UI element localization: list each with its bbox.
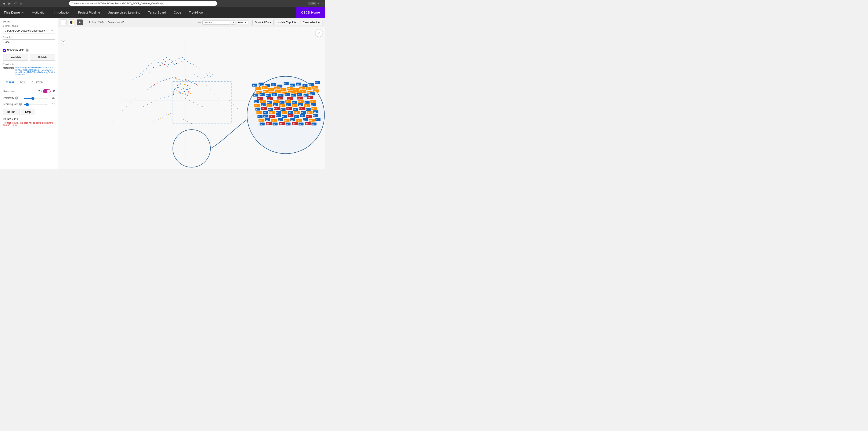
back-button[interactable]: ◀ (2, 1, 6, 5)
svg-text:<30: <30 (297, 120, 299, 121)
svg-point-83 (189, 81, 190, 82)
svg-text:NO: NO (272, 84, 274, 86)
svg-text:>30: >30 (277, 98, 280, 99)
perplexity-slider[interactable] (24, 98, 47, 99)
svg-point-122 (187, 121, 188, 122)
svg-text:NO: NO (303, 119, 306, 121)
bookmark-icon[interactable]: ☆ (321, 2, 323, 5)
svg-point-106 (135, 98, 135, 99)
dimension-toggle[interactable] (43, 89, 51, 93)
viz-area[interactable]: NO NO NO NO NO NO NO NO NO (58, 27, 325, 170)
publish-button[interactable]: Publish (30, 54, 55, 61)
svg-text:>30: >30 (298, 98, 300, 99)
tab-custom[interactable]: CUSTOM (29, 79, 46, 86)
svg-point-31 (179, 58, 180, 59)
show-all-data-button[interactable]: Show All Data (252, 20, 274, 25)
perplexity-help-icon[interactable]: ? (15, 96, 18, 99)
metadata-link[interactable]: https://raw.githubusercontent.com/SOCR/H… (15, 66, 55, 76)
moon-icon: 🌓 (70, 21, 74, 24)
font-a-btn[interactable]: A (77, 20, 83, 25)
search-add-button[interactable]: + (231, 20, 236, 25)
nav-try-it-now[interactable]: Try-it-Now! (185, 7, 208, 18)
svg-text:>30: >30 (273, 101, 276, 102)
svg-text:NO: NO (299, 104, 301, 106)
forward-button[interactable]: ▶ (7, 1, 12, 5)
svg-text:>30: >30 (307, 97, 310, 99)
svg-point-86 (164, 80, 165, 81)
svg-point-115 (157, 119, 159, 120)
svg-point-114 (154, 121, 154, 122)
svg-text:>30: >30 (270, 112, 272, 114)
svg-point-71 (182, 80, 183, 81)
home-nav-button[interactable]: ⌂ (19, 1, 23, 5)
tab-tsne[interactable]: T-SNE (3, 79, 17, 86)
nav-this-demo[interactable]: This Demo → (0, 7, 28, 18)
svg-point-12 (171, 62, 172, 63)
learning-rate-slider[interactable] (24, 104, 47, 105)
load-publish-row: Load data Publish (3, 54, 55, 61)
svg-text:NO: NO (292, 102, 295, 103)
svg-point-29 (190, 63, 191, 64)
rerun-button[interactable]: Re-run (3, 109, 20, 115)
data-section-title: DATA (3, 20, 55, 23)
nav-motivation[interactable]: Motivation (28, 7, 50, 18)
cscd-home-button[interactable]: CSCD Home (296, 7, 325, 18)
nav-code[interactable]: Code (170, 7, 185, 18)
search-by-dropdown[interactable]: label ▼ (237, 21, 248, 24)
svg-text:>30: >30 (286, 101, 288, 102)
nav-unsupervised-learning[interactable]: Unsupervised Learning (104, 7, 144, 18)
learning-rate-help-icon[interactable]: ? (19, 103, 22, 105)
svg-text:<30: <30 (307, 112, 310, 114)
svg-text:<30: <30 (313, 90, 316, 92)
isolate-points-button[interactable]: Isolate 53 points (275, 20, 299, 25)
svg-text:NO: NO (306, 109, 308, 110)
svg-text:<30: <30 (279, 105, 282, 107)
svg-text:NO: NO (295, 116, 297, 118)
svg-text:>30: >30 (298, 101, 301, 102)
svg-point-101 (189, 100, 190, 101)
more-btn[interactable]: ··· (317, 2, 319, 5)
selection-rect-icon[interactable] (61, 20, 67, 25)
scatter-plot[interactable]: NO NO NO NO NO NO NO NO NO (58, 27, 325, 170)
stop-button[interactable]: Stop (21, 109, 35, 115)
svg-text:NO: NO (273, 124, 275, 125)
svg-point-39 (170, 61, 172, 62)
moon-icon-btn[interactable]: 🌓 (69, 20, 75, 25)
svg-text:NO: NO (258, 116, 260, 118)
clear-selection-button[interactable]: Clear selection (300, 20, 322, 25)
search-input[interactable] (203, 20, 230, 25)
svg-point-97 (172, 95, 173, 95)
svg-text:NO: NO (313, 115, 315, 117)
dataset-dropdown[interactable]: CSCD/SOCR Diabetes Case-Study ▼ (3, 28, 55, 33)
color-by-dropdown[interactable]: label ▼ (3, 39, 55, 45)
toolbar-sep-1 (86, 20, 86, 25)
learning-rate-slider-container (24, 102, 47, 105)
load-data-button[interactable]: Load data (3, 54, 28, 61)
sphereize-help-icon[interactable]: ? (26, 49, 29, 52)
tab-pca[interactable]: PCA (17, 79, 29, 86)
svg-text:<30: <30 (276, 91, 278, 93)
svg-text:NO: NO (311, 104, 314, 106)
sphereize-checkbox[interactable] (3, 49, 6, 52)
svg-text:>30: >30 (306, 88, 309, 90)
svg-text:>30: >30 (287, 88, 290, 90)
refresh-button[interactable]: ↺ (13, 1, 18, 5)
home-viz-button[interactable]: ⌂ (315, 29, 323, 37)
points-info: Points: 24084 | Dimension: 45 (89, 21, 124, 24)
svg-point-154 (225, 110, 225, 111)
address-bar[interactable]: ⓘ www.socr.umich.edu/CSCD/html/Cores/Mac… (69, 1, 217, 6)
nav-tensorboard[interactable]: TensorBoard (144, 7, 170, 18)
svg-point-79 (163, 79, 164, 80)
svg-point-52 (209, 71, 210, 72)
sidebar: DATA 1 tensor found CSCD/SOCR Diabetes C… (0, 18, 58, 170)
svg-point-136 (186, 89, 188, 90)
svg-point-102 (193, 102, 194, 103)
svg-point-65 (163, 80, 164, 81)
nav-introduction[interactable]: Introduction (50, 7, 74, 18)
nav-project-pipeline[interactable]: Project Pipeline (74, 7, 104, 18)
svg-text:NO: NO (266, 119, 268, 121)
svg-point-150 (112, 121, 113, 122)
viz-help-button[interactable]: ? (61, 40, 65, 44)
svg-point-22 (151, 63, 152, 64)
svg-text:>30: >30 (274, 108, 277, 110)
